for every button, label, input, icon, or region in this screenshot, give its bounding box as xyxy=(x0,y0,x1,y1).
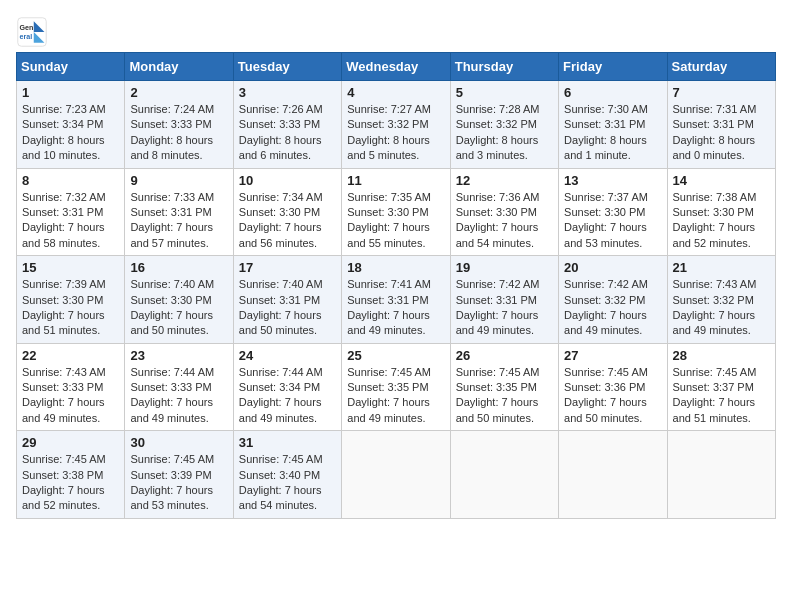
calendar-cell: 11 Sunrise: 7:35 AM Sunset: 3:30 PM Dayl… xyxy=(342,168,450,256)
sunset-label: Sunset: 3:32 PM xyxy=(347,118,428,130)
day-info: Sunrise: 7:27 AM Sunset: 3:32 PM Dayligh… xyxy=(347,102,444,164)
sunrise-label: Sunrise: 7:31 AM xyxy=(673,103,757,115)
day-number: 23 xyxy=(130,348,227,363)
sunrise-label: Sunrise: 7:23 AM xyxy=(22,103,106,115)
calendar-cell: 16 Sunrise: 7:40 AM Sunset: 3:30 PM Dayl… xyxy=(125,256,233,344)
day-number: 28 xyxy=(673,348,770,363)
day-info: Sunrise: 7:24 AM Sunset: 3:33 PM Dayligh… xyxy=(130,102,227,164)
calendar-cell: 31 Sunrise: 7:45 AM Sunset: 3:40 PM Dayl… xyxy=(233,431,341,519)
sunrise-label: Sunrise: 7:40 AM xyxy=(130,278,214,290)
sunset-label: Sunset: 3:40 PM xyxy=(239,469,320,481)
daylight-label: Daylight: 7 hours and 56 minutes. xyxy=(239,221,322,248)
sunrise-label: Sunrise: 7:32 AM xyxy=(22,191,106,203)
logo[interactable]: Gen eral xyxy=(16,16,52,48)
day-number: 5 xyxy=(456,85,553,100)
calendar-cell: 5 Sunrise: 7:28 AM Sunset: 3:32 PM Dayli… xyxy=(450,81,558,169)
sunrise-label: Sunrise: 7:33 AM xyxy=(130,191,214,203)
day-header-thursday: Thursday xyxy=(450,53,558,81)
daylight-label: Daylight: 7 hours and 54 minutes. xyxy=(239,484,322,511)
sunrise-label: Sunrise: 7:45 AM xyxy=(22,453,106,465)
daylight-label: Daylight: 7 hours and 57 minutes. xyxy=(130,221,213,248)
day-info: Sunrise: 7:44 AM Sunset: 3:33 PM Dayligh… xyxy=(130,365,227,427)
day-info: Sunrise: 7:40 AM Sunset: 3:30 PM Dayligh… xyxy=(130,277,227,339)
day-number: 18 xyxy=(347,260,444,275)
day-info: Sunrise: 7:42 AM Sunset: 3:32 PM Dayligh… xyxy=(564,277,661,339)
sunset-label: Sunset: 3:32 PM xyxy=(673,294,754,306)
day-info: Sunrise: 7:32 AM Sunset: 3:31 PM Dayligh… xyxy=(22,190,119,252)
sunrise-label: Sunrise: 7:45 AM xyxy=(347,366,431,378)
calendar-cell: 1 Sunrise: 7:23 AM Sunset: 3:34 PM Dayli… xyxy=(17,81,125,169)
calendar-cell: 9 Sunrise: 7:33 AM Sunset: 3:31 PM Dayli… xyxy=(125,168,233,256)
sunrise-label: Sunrise: 7:36 AM xyxy=(456,191,540,203)
calendar-header-row: SundayMondayTuesdayWednesdayThursdayFrid… xyxy=(17,53,776,81)
sunset-label: Sunset: 3:38 PM xyxy=(22,469,103,481)
calendar-cell: 30 Sunrise: 7:45 AM Sunset: 3:39 PM Dayl… xyxy=(125,431,233,519)
calendar-cell: 29 Sunrise: 7:45 AM Sunset: 3:38 PM Dayl… xyxy=(17,431,125,519)
calendar-cell: 24 Sunrise: 7:44 AM Sunset: 3:34 PM Dayl… xyxy=(233,343,341,431)
daylight-label: Daylight: 7 hours and 51 minutes. xyxy=(22,309,105,336)
day-number: 10 xyxy=(239,173,336,188)
daylight-label: Daylight: 7 hours and 49 minutes. xyxy=(130,396,213,423)
sunset-label: Sunset: 3:31 PM xyxy=(130,206,211,218)
day-header-tuesday: Tuesday xyxy=(233,53,341,81)
sunset-label: Sunset: 3:32 PM xyxy=(564,294,645,306)
daylight-label: Daylight: 7 hours and 50 minutes. xyxy=(239,309,322,336)
day-info: Sunrise: 7:39 AM Sunset: 3:30 PM Dayligh… xyxy=(22,277,119,339)
calendar-cell: 8 Sunrise: 7:32 AM Sunset: 3:31 PM Dayli… xyxy=(17,168,125,256)
day-info: Sunrise: 7:38 AM Sunset: 3:30 PM Dayligh… xyxy=(673,190,770,252)
calendar-cell xyxy=(450,431,558,519)
calendar-cell: 12 Sunrise: 7:36 AM Sunset: 3:30 PM Dayl… xyxy=(450,168,558,256)
sunset-label: Sunset: 3:30 PM xyxy=(673,206,754,218)
daylight-label: Daylight: 8 hours and 6 minutes. xyxy=(239,134,322,161)
sunset-label: Sunset: 3:31 PM xyxy=(347,294,428,306)
calendar-cell xyxy=(667,431,775,519)
calendar-table: SundayMondayTuesdayWednesdayThursdayFrid… xyxy=(16,52,776,519)
sunset-label: Sunset: 3:33 PM xyxy=(130,381,211,393)
calendar-cell: 18 Sunrise: 7:41 AM Sunset: 3:31 PM Dayl… xyxy=(342,256,450,344)
day-info: Sunrise: 7:45 AM Sunset: 3:35 PM Dayligh… xyxy=(347,365,444,427)
day-info: Sunrise: 7:42 AM Sunset: 3:31 PM Dayligh… xyxy=(456,277,553,339)
calendar-cell: 26 Sunrise: 7:45 AM Sunset: 3:35 PM Dayl… xyxy=(450,343,558,431)
daylight-label: Daylight: 7 hours and 53 minutes. xyxy=(564,221,647,248)
calendar-week-3: 15 Sunrise: 7:39 AM Sunset: 3:30 PM Dayl… xyxy=(17,256,776,344)
day-info: Sunrise: 7:43 AM Sunset: 3:33 PM Dayligh… xyxy=(22,365,119,427)
day-number: 14 xyxy=(673,173,770,188)
sunrise-label: Sunrise: 7:45 AM xyxy=(673,366,757,378)
calendar-cell: 6 Sunrise: 7:30 AM Sunset: 3:31 PM Dayli… xyxy=(559,81,667,169)
calendar-cell: 10 Sunrise: 7:34 AM Sunset: 3:30 PM Dayl… xyxy=(233,168,341,256)
day-info: Sunrise: 7:31 AM Sunset: 3:31 PM Dayligh… xyxy=(673,102,770,164)
day-number: 25 xyxy=(347,348,444,363)
day-number: 8 xyxy=(22,173,119,188)
sunrise-label: Sunrise: 7:26 AM xyxy=(239,103,323,115)
day-info: Sunrise: 7:45 AM Sunset: 3:40 PM Dayligh… xyxy=(239,452,336,514)
sunset-label: Sunset: 3:39 PM xyxy=(130,469,211,481)
day-number: 1 xyxy=(22,85,119,100)
sunrise-label: Sunrise: 7:44 AM xyxy=(239,366,323,378)
calendar-cell: 2 Sunrise: 7:24 AM Sunset: 3:33 PM Dayli… xyxy=(125,81,233,169)
day-info: Sunrise: 7:26 AM Sunset: 3:33 PM Dayligh… xyxy=(239,102,336,164)
sunrise-label: Sunrise: 7:24 AM xyxy=(130,103,214,115)
daylight-label: Daylight: 8 hours and 3 minutes. xyxy=(456,134,539,161)
sunrise-label: Sunrise: 7:45 AM xyxy=(564,366,648,378)
sunrise-label: Sunrise: 7:42 AM xyxy=(456,278,540,290)
day-number: 19 xyxy=(456,260,553,275)
sunrise-label: Sunrise: 7:43 AM xyxy=(22,366,106,378)
sunset-label: Sunset: 3:34 PM xyxy=(22,118,103,130)
day-info: Sunrise: 7:45 AM Sunset: 3:36 PM Dayligh… xyxy=(564,365,661,427)
calendar-cell: 7 Sunrise: 7:31 AM Sunset: 3:31 PM Dayli… xyxy=(667,81,775,169)
sunset-label: Sunset: 3:30 PM xyxy=(456,206,537,218)
sunset-label: Sunset: 3:31 PM xyxy=(239,294,320,306)
sunset-label: Sunset: 3:35 PM xyxy=(347,381,428,393)
calendar-week-5: 29 Sunrise: 7:45 AM Sunset: 3:38 PM Dayl… xyxy=(17,431,776,519)
day-header-monday: Monday xyxy=(125,53,233,81)
day-info: Sunrise: 7:37 AM Sunset: 3:30 PM Dayligh… xyxy=(564,190,661,252)
svg-text:eral: eral xyxy=(20,33,33,41)
sunrise-label: Sunrise: 7:39 AM xyxy=(22,278,106,290)
day-info: Sunrise: 7:36 AM Sunset: 3:30 PM Dayligh… xyxy=(456,190,553,252)
day-number: 6 xyxy=(564,85,661,100)
sunrise-label: Sunrise: 7:44 AM xyxy=(130,366,214,378)
calendar-week-1: 1 Sunrise: 7:23 AM Sunset: 3:34 PM Dayli… xyxy=(17,81,776,169)
day-number: 9 xyxy=(130,173,227,188)
daylight-label: Daylight: 7 hours and 58 minutes. xyxy=(22,221,105,248)
daylight-label: Daylight: 7 hours and 49 minutes. xyxy=(239,396,322,423)
